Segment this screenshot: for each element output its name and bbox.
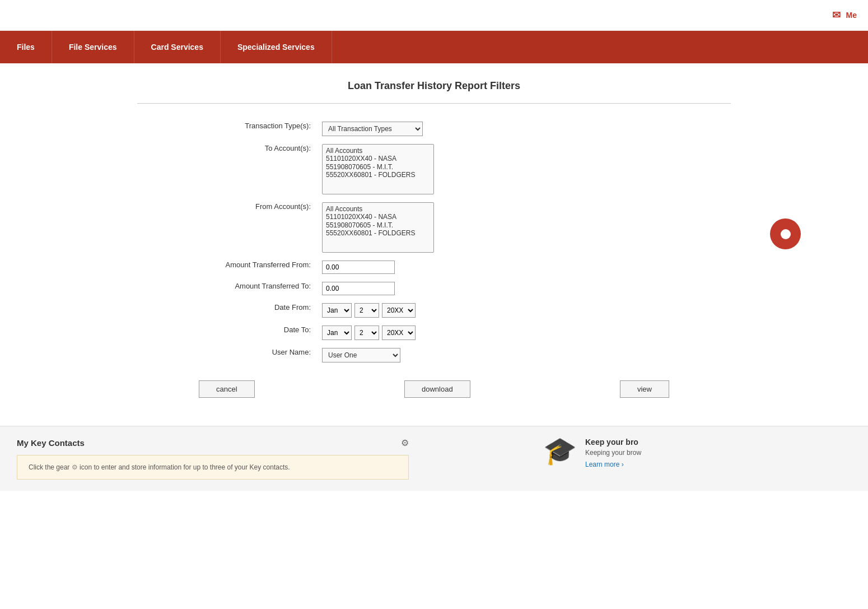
action-buttons: cancel download view: [193, 380, 675, 398]
date-to-month-select[interactable]: JanFebMarApr MayJunJulAug SepOctNovDec: [322, 326, 352, 340]
amount-to-input[interactable]: [322, 282, 395, 295]
key-contacts-header: My Key Contacts ⚙: [17, 438, 409, 448]
gear-icon[interactable]: ⚙: [401, 438, 409, 448]
nav-item-files[interactable]: Files: [0, 31, 52, 63]
view-button[interactable]: view: [620, 380, 669, 398]
browser-tip-body: Keeping your brow: [585, 449, 666, 457]
to-account-option-all: All Accounts: [326, 147, 430, 155]
loading-indicator: [770, 219, 801, 249]
amount-to-field: [316, 278, 675, 299]
to-account-option-foldgers: 55520XX60801 - FOLDGERS: [326, 171, 430, 179]
from-account-option-all: All Accounts: [326, 205, 430, 213]
from-account-select[interactable]: All Accounts 51101020XX40 - NASA 5519080…: [322, 202, 434, 253]
main-content: Loan Transfer History Report Filters Tra…: [126, 63, 742, 415]
loading-inner: [781, 229, 791, 239]
title-divider: [137, 103, 731, 104]
gear-inline-icon: ⚙: [72, 463, 78, 471]
chevron-right-icon: ›: [622, 461, 624, 468]
to-account-option-nasa: 51101020XX40 - NASA: [326, 155, 430, 162]
browser-tip-block: 🎓 Keep your bro Keeping your brow Learn …: [543, 438, 666, 468]
nav-label-specialized-services: Specialized Services: [237, 43, 315, 52]
browser-tip-title: Keep your bro: [585, 438, 666, 447]
from-account-label: From Account(s):: [193, 198, 316, 257]
date-from-row: Date From: JanFebMarApr MayJunJulAug Sep…: [193, 299, 675, 322]
from-account-option-foldgers: 55520XX60801 - FOLDGERS: [326, 229, 430, 237]
date-to-label: Date To:: [193, 322, 316, 344]
amount-from-row: Amount Transferred From:: [193, 257, 675, 278]
transaction-type-label: Transaction Type(s):: [193, 118, 316, 140]
transaction-type-select[interactable]: All Transaction Types: [322, 122, 423, 136]
date-from-selects: JanFebMarApr MayJunJulAug SepOctNovDec 1…: [322, 303, 669, 318]
footer-section: My Key Contacts ⚙ Click the gear ⚙ icon …: [0, 426, 868, 491]
graduation-cap-icon: 🎓: [543, 438, 577, 464]
user-menu-label[interactable]: Me: [846, 11, 857, 20]
date-to-field: JanFebMarApr MayJunJulAug SepOctNovDec 1…: [316, 322, 675, 344]
date-from-month-select[interactable]: JanFebMarApr MayJunJulAug SepOctNovDec: [322, 303, 352, 318]
nav-label-card-services: Card Services: [151, 43, 203, 52]
page-title: Loan Transfer History Report Filters: [137, 80, 731, 92]
amount-from-input[interactable]: [322, 261, 395, 274]
nav-bar: Files File Services Card Services Specia…: [0, 31, 868, 63]
learn-more-text: Learn more: [585, 461, 619, 468]
cancel-button[interactable]: cancel: [199, 380, 255, 398]
key-contacts-title: My Key Contacts: [17, 438, 85, 448]
nav-label-file-services: File Services: [69, 43, 117, 52]
from-account-field: All Accounts 51101020XX40 - NASA 5519080…: [316, 198, 675, 257]
top-bar: ✉ Me: [0, 0, 868, 31]
date-from-label: Date From:: [193, 299, 316, 322]
transaction-type-field: All Transaction Types: [316, 118, 675, 140]
key-contacts-info-text: Click the gear ⚙ icon to enter and store…: [29, 463, 290, 471]
date-to-day-select[interactable]: 1234 5678 910: [354, 326, 379, 340]
nav-label-files: Files: [17, 43, 35, 52]
amount-to-row: Amount Transferred To:: [193, 278, 675, 299]
username-label: User Name:: [193, 344, 316, 366]
date-from-year-select[interactable]: 20XX: [382, 303, 416, 318]
browser-tip-text: Keep your bro Keeping your brow Learn mo…: [585, 438, 666, 468]
key-contacts-block: My Key Contacts ⚙ Click the gear ⚙ icon …: [17, 438, 521, 480]
to-account-select[interactable]: All Accounts 51101020XX40 - NASA 5519080…: [322, 144, 434, 194]
mail-icon: ✉: [832, 9, 841, 21]
nav-item-specialized-services[interactable]: Specialized Services: [221, 31, 332, 63]
to-account-row: To Account(s): All Accounts 51101020XX40…: [193, 140, 675, 198]
amount-to-label: Amount Transferred To:: [193, 278, 316, 299]
key-contacts-info: Click the gear ⚙ icon to enter and store…: [17, 455, 409, 480]
top-bar-right: ✉ Me: [832, 9, 857, 21]
date-to-year-select[interactable]: 20XX: [382, 326, 416, 340]
from-account-row: From Account(s): All Accounts 51101020XX…: [193, 198, 675, 257]
transaction-type-row: Transaction Type(s): All Transaction Typ…: [193, 118, 675, 140]
username-select[interactable]: User One: [322, 348, 400, 362]
amount-from-field: [316, 257, 675, 278]
nav-item-file-services[interactable]: File Services: [52, 31, 134, 63]
to-account-field: All Accounts 51101020XX40 - NASA 5519080…: [316, 140, 675, 198]
date-to-row: Date To: JanFebMarApr MayJunJulAug SepOc…: [193, 322, 675, 344]
download-button[interactable]: download: [404, 380, 470, 398]
nav-item-card-services[interactable]: Card Services: [134, 31, 221, 63]
username-field: User One: [316, 344, 675, 366]
from-account-option-nasa: 51101020XX40 - NASA: [326, 213, 430, 221]
filter-form: Transaction Type(s): All Transaction Typ…: [193, 118, 675, 366]
to-account-label: To Account(s):: [193, 140, 316, 198]
learn-more-link[interactable]: Learn more ›: [585, 461, 624, 468]
date-from-field: JanFebMarApr MayJunJulAug SepOctNovDec 1…: [316, 299, 675, 322]
date-to-selects: JanFebMarApr MayJunJulAug SepOctNovDec 1…: [322, 326, 669, 340]
from-account-option-mit: 551908070605 - M.I.T.: [326, 221, 430, 229]
amount-from-label: Amount Transferred From:: [193, 257, 316, 278]
to-account-option-mit: 551908070605 - M.I.T.: [326, 163, 430, 171]
date-from-day-select[interactable]: 1234 5678 910: [354, 303, 379, 318]
username-row: User Name: User One: [193, 344, 675, 366]
